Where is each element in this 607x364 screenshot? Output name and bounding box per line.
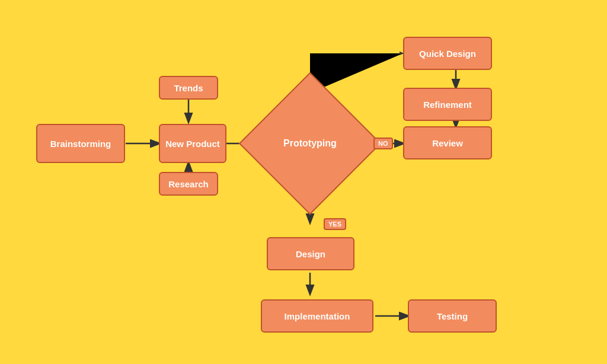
no-badge: NO: [373, 138, 393, 149]
implementation-node: Implementation: [261, 299, 373, 333]
yes-badge: YES: [324, 218, 346, 230]
review-node: Review: [403, 126, 492, 159]
brainstorming-node: Brainstorming: [36, 124, 125, 163]
prototyping-label: Prototyping: [283, 138, 337, 149]
prototyping-diamond: Prototyping: [239, 72, 381, 215]
testing-node: Testing: [408, 299, 497, 333]
design-node: Design: [267, 237, 354, 270]
new-product-node: New Product: [159, 124, 226, 163]
quick-design-node: Quick Design: [403, 37, 492, 70]
refinement-node: Refinement: [403, 88, 492, 121]
diagram-container: Brainstorming Trends New Product Researc…: [0, 0, 607, 364]
research-node: Research: [159, 172, 218, 196]
trends-node: Trends: [159, 76, 218, 100]
